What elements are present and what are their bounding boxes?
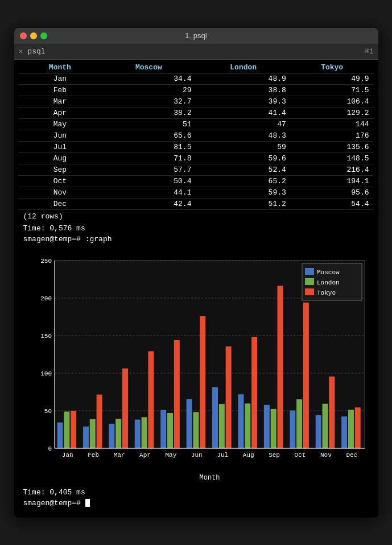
table-cell: Dec (19, 198, 102, 209)
svg-text:100: 100 (40, 370, 52, 377)
svg-rect-55 (329, 376, 335, 448)
table-cell: 52.4 (196, 164, 290, 175)
data-table: Month Moscow London Tokyo Jan34.448.949.… (19, 62, 374, 210)
table-cell: 71.5 (291, 84, 374, 96)
table-row: Dec42.451.254.4 (19, 198, 374, 209)
svg-rect-15 (71, 411, 76, 448)
svg-rect-35 (200, 316, 205, 448)
svg-rect-34 (193, 412, 199, 448)
table-cell: 194.1 (291, 175, 374, 187)
tab-name[interactable]: psql (27, 47, 45, 56)
table-cell: 34.4 (101, 73, 196, 84)
svg-text:May: May (165, 452, 176, 459)
svg-text:Jul: Jul (217, 452, 228, 459)
svg-text:Jan: Jan (61, 452, 73, 459)
table-row: Oct50.465.2194.1 (19, 175, 374, 187)
svg-text:50: 50 (44, 408, 51, 415)
svg-rect-49 (290, 410, 295, 448)
svg-rect-51 (303, 302, 308, 448)
svg-rect-38 (218, 404, 224, 448)
table-row: Nov44.159.395.6 (19, 187, 374, 198)
table-cell: Aug (19, 152, 102, 164)
window-title: 1. psql (185, 31, 207, 40)
table-cell: 38.2 (101, 107, 196, 118)
table-cell: 148.5 (291, 152, 374, 164)
svg-text:Jun: Jun (191, 452, 202, 459)
table-cell: 144 (291, 118, 374, 130)
table-cell: 49.9 (291, 73, 374, 84)
table-cell: Jul (19, 141, 102, 152)
svg-text:Apr: Apr (139, 452, 151, 459)
table-cell: 135.6 (291, 141, 374, 152)
svg-text:Mar: Mar (113, 452, 125, 459)
svg-rect-19 (96, 394, 102, 448)
svg-rect-14 (64, 411, 69, 448)
table-row: Apr38.241.4129.2 (19, 107, 374, 118)
table-cell: 216.4 (291, 164, 374, 175)
svg-rect-22 (115, 419, 121, 448)
first-timing: Time: 0,576 ms (19, 223, 374, 234)
traffic-lights (20, 32, 47, 39)
minimize-button[interactable] (30, 32, 37, 39)
rows-info: (12 rows) (19, 210, 374, 223)
table-cell: 59 (196, 141, 290, 152)
table-cell: Apr (19, 107, 102, 118)
table-row: Sep57.752.4216.4 (19, 164, 374, 175)
svg-text:Aug: Aug (242, 452, 254, 459)
table-cell: Sep (19, 164, 102, 175)
svg-text:London: London (317, 279, 340, 286)
table-cell: 29 (101, 84, 196, 96)
table-cell: 129.2 (291, 107, 374, 118)
chart-container: 050100150200250JanFebMarAprMayJunJulAugS… (23, 249, 369, 482)
cursor (85, 499, 90, 507)
titlebar: 1. psql (14, 28, 378, 44)
svg-rect-18 (89, 419, 95, 448)
table-cell: 48.9 (196, 73, 290, 84)
table-cell: 176 (291, 130, 374, 141)
svg-rect-39 (225, 346, 231, 448)
svg-text:Tokyo: Tokyo (317, 290, 336, 296)
table-cell: 48.3 (196, 130, 290, 141)
svg-text:250: 250 (40, 258, 52, 265)
table-cell: Oct (19, 175, 102, 187)
col-header-moscow: Moscow (101, 62, 196, 73)
svg-rect-25 (134, 419, 140, 448)
table-row: Mar32.739.3106.4 (19, 96, 374, 107)
table-cell: 47 (196, 118, 290, 130)
table-cell: 106.4 (291, 96, 374, 107)
tab-close-icon[interactable]: ✕ (19, 47, 23, 56)
final-prompt: smagen@temp=# (19, 498, 374, 509)
table-cell: 38.8 (196, 84, 290, 96)
table-cell: 50.4 (101, 175, 196, 187)
second-timing: Time: 0,405 ms (19, 487, 374, 498)
svg-rect-58 (348, 410, 353, 448)
svg-rect-23 (122, 368, 127, 448)
svg-text:Sep: Sep (269, 452, 280, 459)
svg-rect-27 (148, 351, 154, 448)
table-cell: Feb (19, 84, 102, 96)
terminal-content: Month Moscow London Tokyo Jan34.448.949.… (14, 60, 378, 518)
table-cell: 44.1 (101, 187, 196, 198)
close-button[interactable] (20, 32, 27, 39)
svg-rect-31 (174, 340, 179, 448)
svg-rect-46 (270, 408, 276, 448)
table-cell: 71.8 (101, 152, 196, 164)
table-cell: 41.4 (196, 107, 290, 118)
svg-text:Nov: Nov (320, 452, 331, 459)
table-row: Aug71.859.6148.5 (19, 152, 374, 164)
table-row: Jan34.448.949.9 (19, 73, 374, 84)
svg-rect-47 (277, 286, 283, 448)
table-cell: 95.6 (291, 187, 374, 198)
svg-rect-54 (322, 403, 328, 448)
maximize-button[interactable] (40, 32, 47, 39)
svg-text:Oct: Oct (294, 452, 306, 459)
svg-rect-45 (263, 404, 269, 448)
svg-rect-69 (305, 288, 314, 295)
svg-rect-43 (251, 336, 257, 448)
svg-text:Feb: Feb (88, 452, 99, 459)
table-cell: Nov (19, 187, 102, 198)
table-cell: 65.2 (196, 175, 290, 187)
svg-rect-67 (305, 278, 314, 285)
table-cell: 51.2 (196, 198, 290, 209)
table-row: Jun65.648.3176 (19, 130, 374, 141)
